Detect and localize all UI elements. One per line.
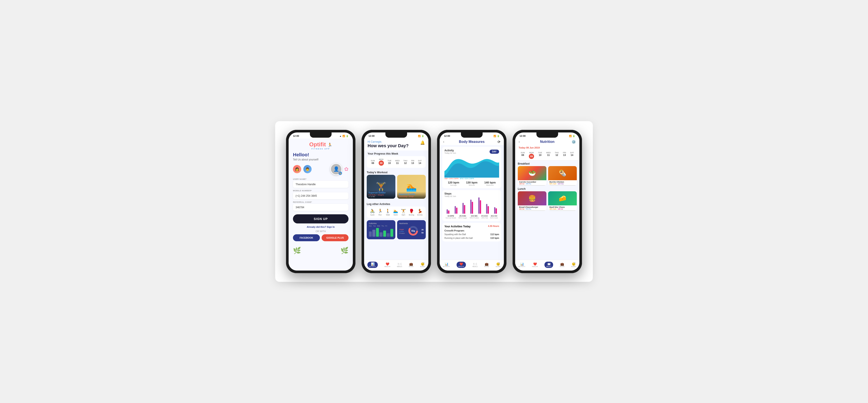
statusbar-3: 12:00 📶 🔋 bbox=[440, 133, 504, 139]
status-icons-3: 📶 🔋 bbox=[493, 135, 499, 137]
phones-container: 12:00 ▲ 📶 🔋 Optifit 🏃 FITNESS APP Helloo… bbox=[275, 121, 593, 282]
logo-runner: 🏃 bbox=[328, 143, 332, 147]
nav-activity-3[interactable]: 📊ACTIVITY bbox=[443, 262, 450, 267]
work-nav-icon-3: 💼 bbox=[484, 262, 489, 266]
activity-nav-icon-4: 📊 bbox=[519, 262, 525, 266]
act-zumba[interactable]: 💃Zumba bbox=[417, 209, 423, 216]
bm-title: Body Measures bbox=[459, 140, 485, 144]
crossfit-title: Crossfit Program: bbox=[444, 229, 499, 232]
burger-name: Bread Cheeseburger bbox=[519, 206, 545, 208]
facebook-button[interactable]: FACEBOOK bbox=[293, 234, 320, 241]
steps-header: Steps Today 02 Jun bbox=[444, 192, 499, 197]
avatar-female[interactable]: 👩 bbox=[293, 165, 301, 173]
step-bar-3 bbox=[460, 203, 467, 214]
workout-overlay-2: Superset Soldie Swimming + Weigh bbox=[397, 192, 426, 199]
notch-2 bbox=[385, 133, 407, 138]
food-day-thu: THU12 bbox=[555, 151, 559, 159]
burrito-img: 🌯 bbox=[548, 166, 577, 180]
calories-card: Calories MonTueWedThuFri bbox=[367, 220, 395, 239]
avatar-male[interactable]: 👨 bbox=[303, 165, 312, 173]
nav-activity-2[interactable]: 📊ACTIVITY bbox=[367, 262, 378, 268]
food-card-burger[interactable]: 🍔 Bread Cheeseburger 242 Cal 572 Pro bbox=[518, 191, 547, 211]
nav-health-4[interactable]: ❤️HEALTH bbox=[532, 262, 538, 267]
wave-chart bbox=[444, 156, 499, 178]
statusbar-1: 12:00 ▲ 📶 🔋 bbox=[289, 133, 353, 139]
salad-cals: 138 Cal 478 Pro bbox=[519, 183, 545, 184]
act-swim[interactable]: 🏊Swim bbox=[393, 209, 398, 216]
bpm-avg-val: 120 bpm bbox=[448, 181, 459, 184]
nutrients-content: Sugar Carbs Protein 55g bbox=[399, 225, 424, 237]
google-button[interactable]: GOOGLE PLUS bbox=[321, 234, 348, 241]
back-icon-4[interactable]: ‹ bbox=[519, 140, 520, 144]
burrito-cals: 02% Carb 228 Fats bbox=[550, 183, 576, 184]
burrito-name: Burrito Chicken bbox=[550, 181, 576, 183]
food-day-tue: TUE10 bbox=[538, 151, 542, 159]
workout-overlay-1: Superset Soldier Full Body + Weights ⏱ 1… bbox=[367, 190, 395, 199]
bpm-average: 120 bpm Average bbox=[448, 181, 459, 186]
bpm-max-val: 140 bpm bbox=[484, 181, 496, 184]
nav-meals-4[interactable]: 🍽️MEALS bbox=[545, 262, 553, 268]
signup-button[interactable]: SIGN UP bbox=[293, 214, 348, 224]
act-boxing[interactable]: 🥊Boxing bbox=[409, 209, 414, 216]
nav-meals-3[interactable]: 🍽️MEALS bbox=[472, 262, 477, 267]
avatar-edit-icon[interactable]: ✏️ bbox=[339, 172, 342, 175]
act-run[interactable]: 🏃Run bbox=[378, 209, 382, 216]
swim-person-icon: 🏊 bbox=[406, 182, 417, 192]
nav-health-3[interactable]: ❤️HEALTH bbox=[457, 262, 466, 268]
meals-nav-icon-4: 🍽️ bbox=[546, 262, 551, 266]
input-username[interactable] bbox=[293, 181, 348, 188]
statusbar-4: 12:00 📶 🔋 bbox=[515, 133, 579, 139]
back-icon[interactable]: ‹ bbox=[443, 140, 444, 144]
nav-health-2[interactable]: ❤️HEALTH bbox=[384, 262, 391, 267]
nutrition-title: Nutrition bbox=[540, 140, 555, 144]
chart-header: Activity Today 02 Jun DAY bbox=[444, 149, 499, 154]
hello-sub: Tell Us about yourself! bbox=[293, 158, 348, 161]
nav-sleep-2[interactable]: 😴SLEEP bbox=[420, 262, 425, 267]
week-days-row: SUN08 MON09 TUE10 WED11 THU12 FRI13 SAT1… bbox=[369, 158, 424, 166]
food-day-mon[interactable]: MON09 bbox=[529, 151, 534, 159]
time-1: 12:00 bbox=[293, 135, 299, 137]
logo-area: Optifit 🏃 FITNESS APP bbox=[293, 141, 348, 150]
food-card-burrito[interactable]: 🌯 Burrito Chicken 02% Carb 228 Fats bbox=[548, 166, 577, 185]
settings-icon-4[interactable]: ⚙️ bbox=[571, 140, 576, 144]
social-buttons: FACEBOOK GOOGLE PLUS bbox=[293, 234, 348, 241]
input-referral[interactable] bbox=[293, 204, 348, 211]
nav-work-3[interactable]: 💼WORK bbox=[484, 262, 489, 267]
steps-title: Steps bbox=[444, 192, 499, 195]
refresh-icon[interactable]: ⟳ bbox=[498, 140, 500, 144]
nav-sleep-3[interactable]: 😴SLEEP bbox=[496, 262, 501, 267]
nav-3: 📊ACTIVITY ❤️HEALTH 🍽️MEALS 💼WORK 😴SLEEP bbox=[440, 260, 504, 270]
nav-sleep-4[interactable]: 😴SLEEP bbox=[571, 262, 576, 267]
nav-work-2[interactable]: 💼WORK bbox=[409, 262, 413, 267]
act-gym[interactable]: 🏋️Gym bbox=[401, 209, 406, 216]
food-card-cheese[interactable]: 🧀 Basil blur Chees 18% Carb 146 Cal bbox=[548, 191, 577, 211]
hbp-label: HBP +24% CMPR bbox=[444, 178, 459, 179]
deco-leaf-right: 🌿 bbox=[340, 247, 348, 254]
bar-stat-2: 25.5 MG 55% Sugar bbox=[459, 215, 467, 219]
day-mon[interactable]: MON09 bbox=[379, 158, 384, 166]
screen-nutrition: 12:00 📶 🔋 ‹ Nutrition ⚙️ Today 09 Jun 20… bbox=[515, 133, 579, 270]
workout-card-2[interactable]: 🏊 Superset Soldie Swimming + Weigh bbox=[397, 175, 426, 199]
nav-activity-4[interactable]: 📊ACTIVITY bbox=[519, 262, 525, 267]
cal-bar-3 bbox=[376, 228, 379, 237]
screen-body-measures: 12:00 📶 🔋 ‹ Body Measures ⟳ Activity bbox=[440, 133, 504, 270]
workout-section: Today's Workout 🏋️ Superset Soldier Full… bbox=[364, 168, 428, 200]
act-cycle[interactable]: 🚴Cycle bbox=[370, 209, 375, 216]
nav-work-4[interactable]: 💼WORK bbox=[560, 262, 565, 267]
nav-meals-2[interactable]: 🍽️MEALS bbox=[397, 262, 402, 267]
food-day-wed: WED11 bbox=[546, 151, 551, 159]
food-card-salad[interactable]: 🥗 Carrots Cucumber 138 Cal 478 Pro bbox=[518, 166, 547, 185]
input-mobile[interactable] bbox=[293, 192, 348, 199]
workout-card-1[interactable]: 🏋️ Superset Soldier Full Body + Weights … bbox=[367, 175, 395, 199]
time-3: 12:00 bbox=[444, 135, 450, 137]
signin-link[interactable]: Sign In bbox=[327, 226, 335, 228]
dashboard-content[interactable]: Hi Carnegie, How wes your Day? 🔔 Your Pr… bbox=[364, 139, 428, 260]
day-tue: TUE10 bbox=[388, 160, 392, 164]
phone-dashboard: 12:00 📶 🔋 Hi Carnegie, How wes your Day?… bbox=[362, 130, 431, 273]
act-walk[interactable]: 🚶Walk bbox=[385, 209, 390, 216]
logo-subtitle: FITNESS APP bbox=[293, 148, 348, 150]
step-bar-5 bbox=[476, 197, 483, 214]
day-button[interactable]: DAY bbox=[490, 150, 499, 154]
today-date-bar: Today 09 Jun 2019 bbox=[515, 145, 579, 150]
bell-icon[interactable]: 🔔 bbox=[420, 140, 425, 145]
